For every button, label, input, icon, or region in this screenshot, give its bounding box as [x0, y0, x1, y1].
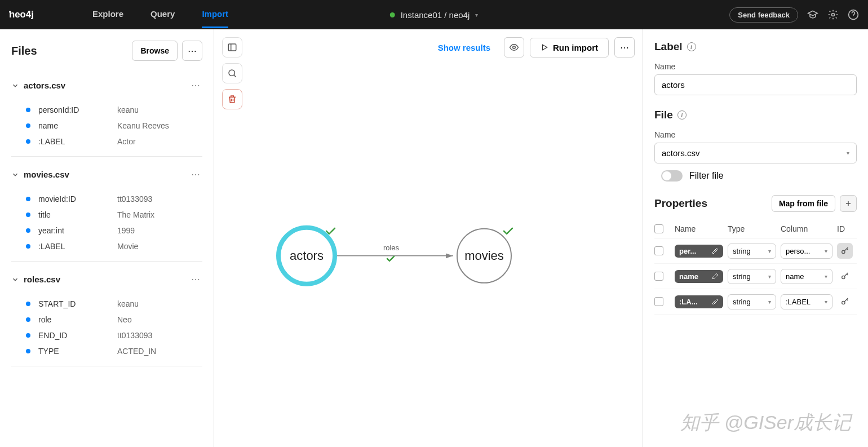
file-field[interactable]: END_ID tt0133093 [26, 327, 202, 343]
file-menu-button[interactable]: ⋯ [189, 167, 202, 182]
property-name-pill[interactable]: per... [675, 245, 723, 258]
chevron-down-icon [11, 171, 19, 179]
file-heading: File i [654, 109, 857, 121]
search-canvas-button[interactable] [222, 63, 242, 83]
file-field[interactable]: personId:ID keanu [26, 102, 202, 118]
name-label: Name [654, 62, 857, 71]
file-field[interactable]: role Neo [26, 312, 202, 327]
file-menu-button[interactable]: ⋯ [189, 78, 202, 93]
chevron-down-icon: ▾ [768, 299, 771, 305]
column-select[interactable]: name▾ [781, 269, 832, 284]
chevron-down-icon: ▾ [825, 248, 827, 254]
field-key: TYPE [38, 347, 117, 356]
field-value: ACTED_IN [117, 347, 156, 356]
file-field[interactable]: movieId:ID tt0133093 [26, 191, 202, 207]
run-import-button[interactable]: Run import [530, 38, 609, 57]
field-key: :LABEL [38, 242, 117, 251]
file-field[interactable]: :LABEL Movie [26, 238, 202, 254]
file-name: roles.csv [24, 275, 60, 284]
field-key: :LABEL [38, 137, 117, 146]
panel-toggle-button[interactable] [222, 37, 242, 57]
map-from-file-button[interactable]: Map from file [772, 195, 835, 212]
graduation-icon[interactable] [807, 9, 818, 20]
canvas-more-button[interactable]: ⋯ [614, 37, 635, 57]
file-select[interactable]: actors.csv ▾ [654, 143, 857, 163]
filter-file-toggle[interactable] [661, 170, 683, 182]
field-key: role [38, 315, 117, 324]
id-key-button[interactable] [837, 243, 853, 259]
field-dot-icon [26, 228, 30, 233]
type-select[interactable]: string▾ [728, 269, 776, 284]
tab-explore[interactable]: Explore [92, 1, 123, 28]
id-key-button[interactable] [837, 294, 853, 309]
select-all-checkbox[interactable] [654, 224, 663, 233]
file-field[interactable]: START_ID keanu [26, 296, 202, 312]
field-value: keanu [117, 105, 139, 114]
node-actors-label: actors [290, 249, 324, 263]
neo4j-logo[interactable]: neo4j [9, 8, 56, 21]
file-header[interactable]: roles.csv ⋯ [11, 268, 202, 290]
type-select[interactable]: string▾ [728, 244, 776, 259]
row-checkbox[interactable] [654, 272, 663, 281]
file-header[interactable]: actors.csv ⋯ [11, 74, 202, 96]
row-checkbox[interactable] [654, 246, 663, 255]
file-header[interactable]: movies.csv ⋯ [11, 163, 202, 185]
row-checkbox[interactable] [654, 297, 663, 306]
label-heading: Label i [654, 41, 857, 53]
col-type: Type [728, 224, 776, 233]
property-row: :LA... string▾ :LABEL▾ [654, 289, 857, 315]
file-section: roles.csv ⋯ START_ID keanu role Neo END_… [11, 268, 202, 366]
property-name-pill[interactable]: name [675, 270, 723, 283]
file-field[interactable]: TYPE ACTED_IN [26, 343, 202, 359]
column-select[interactable]: perso...▾ [781, 244, 832, 259]
col-column: Column [781, 224, 832, 233]
field-dot-icon [26, 213, 30, 217]
field-dot-icon [26, 349, 30, 353]
file-field[interactable]: name Keanu Reeves [26, 118, 202, 134]
file-field[interactable]: year:int 1999 [26, 223, 202, 238]
field-dot-icon [26, 123, 30, 128]
help-icon[interactable] [848, 9, 859, 20]
gear-icon[interactable] [827, 9, 839, 20]
label-name-input[interactable] [654, 74, 857, 95]
delete-button[interactable] [222, 89, 242, 109]
preview-button[interactable] [504, 37, 524, 57]
key-icon [840, 272, 849, 281]
files-more-button[interactable]: ⋯ [182, 41, 202, 61]
nav-tabs: Explore Query Import [92, 1, 228, 28]
chevron-down-icon [11, 276, 19, 284]
status-dot-icon [390, 12, 395, 17]
canvas[interactable]: Show results Run import ⋯ roles [214, 29, 643, 447]
field-key: title [38, 210, 117, 219]
instance-selector[interactable]: Instance01 / neo4j ▾ [390, 10, 479, 20]
add-property-button[interactable] [840, 195, 857, 212]
tab-import[interactable]: Import [202, 1, 228, 28]
file-menu-button[interactable]: ⋯ [189, 272, 202, 287]
chevron-down-icon: ▾ [768, 273, 771, 280]
property-name-pill[interactable]: :LA... [675, 295, 723, 308]
info-icon[interactable]: i [687, 42, 696, 51]
dots-icon: ⋯ [620, 42, 629, 53]
field-dot-icon [26, 302, 30, 306]
check-icon [387, 256, 394, 260]
id-key-button[interactable] [837, 268, 853, 284]
key-icon [840, 297, 849, 306]
browse-button[interactable]: Browse [132, 41, 178, 61]
file-field[interactable]: title The Matrix [26, 207, 202, 223]
dots-icon: ⋯ [188, 46, 197, 56]
info-icon[interactable]: i [677, 110, 687, 120]
show-results-link[interactable]: Show results [438, 43, 490, 52]
send-feedback-button[interactable]: Send feedback [729, 7, 798, 23]
field-value: Movie [117, 242, 138, 251]
chevron-down-icon: ▾ [475, 12, 478, 18]
file-field[interactable]: :LABEL Actor [26, 134, 202, 149]
type-select[interactable]: string▾ [728, 294, 776, 309]
pencil-icon [712, 247, 719, 254]
svg-point-2 [832, 14, 835, 16]
column-select[interactable]: :LABEL▾ [781, 294, 832, 309]
chevron-down-icon: ▾ [825, 299, 827, 305]
run-import-label: Run import [553, 43, 598, 52]
pencil-icon [712, 298, 719, 305]
file-section: movies.csv ⋯ movieId:ID tt0133093 title … [11, 163, 202, 262]
tab-query[interactable]: Query [150, 1, 175, 28]
